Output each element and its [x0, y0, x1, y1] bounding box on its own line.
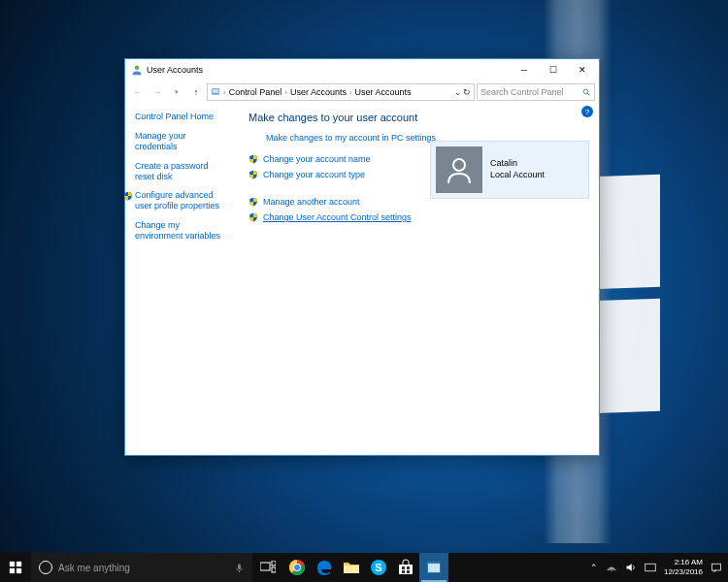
sidebar-advanced-profile[interactable]: Configure advanced user profile properti…: [135, 190, 229, 212]
person-icon: [444, 154, 475, 185]
refresh-button[interactable]: ↻: [463, 87, 471, 97]
chevron-right-icon: ›: [349, 88, 352, 97]
navigation-bar: ← → ▾ ↑ › Control Panel › User Accounts …: [125, 81, 599, 104]
back-button[interactable]: ←: [129, 83, 147, 101]
svg-rect-8: [10, 568, 15, 573]
svg-rect-26: [407, 570, 410, 573]
svg-rect-11: [260, 563, 270, 570]
shield-icon: [248, 212, 258, 222]
titlebar[interactable]: User Accounts ─ ☐ ✕: [125, 59, 599, 81]
svg-rect-30: [645, 564, 656, 571]
taskbar: Ask me anything S ⌃ 2:16 AM 12/23/2016: [0, 553, 728, 582]
close-button[interactable]: ✕: [568, 60, 597, 80]
language-icon[interactable]: [645, 562, 656, 573]
uac-settings-link[interactable]: Change User Account Control settings: [248, 212, 587, 222]
app-icon: [425, 559, 443, 576]
svg-rect-22: [399, 565, 413, 574]
svg-text:S: S: [375, 562, 381, 573]
taskbar-chrome[interactable]: [283, 553, 311, 582]
shield-icon: [248, 154, 258, 164]
search-icon: [582, 88, 591, 97]
svg-rect-12: [272, 561, 276, 566]
start-button[interactable]: [0, 553, 31, 582]
tray-overflow[interactable]: ⌃: [590, 563, 598, 572]
cortana-search[interactable]: Ask me anything: [31, 553, 252, 582]
svg-rect-7: [17, 562, 21, 566]
svg-point-18: [294, 565, 300, 570]
system-tray: ⌃ 2:16 AM 12/23/2016: [590, 558, 728, 576]
svg-rect-24: [407, 566, 410, 569]
svg-rect-28: [428, 564, 440, 572]
desktop-wallpaper: User Accounts ─ ☐ ✕ ← → ▾ ↑ › Control Pa…: [0, 0, 728, 582]
sidebar-env-variables[interactable]: Change my environment variables: [135, 220, 229, 242]
task-view-icon: [260, 561, 276, 574]
forward-button: →: [149, 83, 166, 101]
up-button[interactable]: ↑: [187, 83, 205, 101]
svg-rect-9: [17, 568, 21, 573]
recent-dropdown[interactable]: ▾: [168, 83, 185, 101]
taskbar-store[interactable]: [392, 553, 419, 582]
user-type: Local Account: [490, 170, 545, 181]
search-input[interactable]: Search Control Panel: [477, 83, 595, 101]
task-view-button[interactable]: [252, 553, 283, 582]
chevron-right-icon: ›: [223, 88, 226, 97]
breadcrumb[interactable]: › Control Panel › User Accounts › User A…: [207, 83, 475, 101]
svg-rect-23: [402, 566, 405, 569]
breadcrumb-item[interactable]: User Accounts: [355, 87, 412, 97]
help-button[interactable]: ?: [581, 106, 593, 117]
network-icon[interactable]: [606, 562, 617, 573]
svg-rect-13: [272, 567, 276, 572]
minimize-button[interactable]: ─: [510, 60, 539, 80]
svg-line-4: [587, 93, 589, 95]
store-icon: [397, 559, 414, 576]
taskbar-edge[interactable]: [311, 553, 338, 582]
taskbar-active-app[interactable]: [419, 553, 448, 582]
taskbar-explorer[interactable]: [338, 553, 365, 582]
shield-icon: [248, 197, 258, 207]
sidebar-password-reset[interactable]: Create a password reset disk: [135, 161, 229, 183]
sidebar-manage-credentials[interactable]: Manage your credentials: [135, 131, 229, 153]
user-account-card: Catalin Local Account: [430, 141, 589, 199]
shield-icon: [248, 170, 258, 179]
user-accounts-icon: [131, 64, 143, 76]
chevron-right-icon: ›: [284, 88, 287, 97]
window-title: User Accounts: [147, 65, 203, 75]
time: 2:16 AM: [664, 558, 703, 567]
control-panel-home-link[interactable]: Control Panel Home: [135, 112, 229, 121]
cortana-icon: [39, 561, 52, 574]
taskbar-skype[interactable]: S: [365, 553, 392, 582]
svg-rect-19: [344, 566, 359, 573]
skype-icon: S: [370, 559, 387, 576]
svg-rect-6: [10, 562, 15, 566]
microphone-icon: [234, 563, 245, 573]
search-placeholder: Search Control Panel: [480, 87, 579, 97]
svg-point-0: [135, 66, 140, 71]
avatar: [436, 146, 482, 193]
user-name: Catalin: [490, 158, 545, 170]
date: 12/23/2016: [664, 567, 703, 577]
chrome-icon: [288, 559, 306, 576]
volume-icon[interactable]: [625, 562, 637, 573]
edge-icon: [315, 559, 333, 576]
control-panel-icon: [211, 87, 220, 97]
svg-rect-25: [402, 570, 405, 573]
maximize-button[interactable]: ☐: [539, 60, 568, 80]
user-accounts-window: User Accounts ─ ☐ ✕ ← → ▾ ↑ › Control Pa…: [124, 58, 600, 456]
main-panel: Make changes to your user account Make c…: [237, 104, 599, 455]
notifications-icon[interactable]: [711, 562, 722, 573]
sidebar: Control Panel Home Manage your credentia…: [125, 104, 237, 455]
breadcrumb-dropdown[interactable]: ⌄: [454, 87, 462, 97]
svg-point-5: [453, 159, 465, 171]
svg-point-3: [583, 89, 588, 94]
breadcrumb-item[interactable]: Control Panel: [229, 87, 282, 97]
clock[interactable]: 2:16 AM 12/23/2016: [664, 558, 703, 576]
breadcrumb-item[interactable]: User Accounts: [290, 87, 347, 97]
windows-icon: [9, 561, 22, 574]
svg-point-29: [611, 569, 612, 571]
svg-rect-10: [238, 564, 241, 569]
svg-rect-2: [213, 89, 218, 93]
page-heading: Make changes to your user account: [248, 112, 587, 123]
cortana-placeholder: Ask me anything: [58, 563, 130, 573]
shield-icon: [123, 191, 133, 201]
svg-rect-31: [712, 564, 721, 570]
